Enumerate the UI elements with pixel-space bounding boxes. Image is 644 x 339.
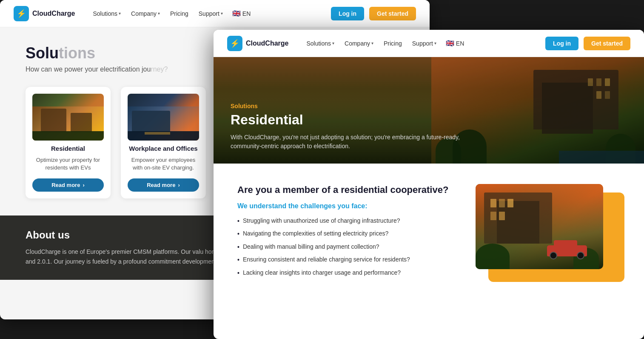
card-residential-title: Residential: [51, 145, 85, 152]
logo-icon-back: ⚡: [14, 6, 29, 21]
flag-icon: 🇬🇧: [232, 9, 241, 17]
logo-icon-front: ⚡: [227, 36, 242, 51]
card-residential-desc: Optimize your property for residents wit…: [32, 156, 104, 172]
chevron-down-icon: ▾: [434, 41, 436, 46]
front-left-content: Are you a member of a residential cooper…: [237, 184, 455, 278]
residential-main-image: [476, 184, 603, 269]
navbar-front: ⚡ CloudCharge Solutions ▾ Company ▾ Pric…: [214, 30, 644, 57]
nav-company-back[interactable]: Company ▾: [127, 8, 164, 20]
hero-solutions-label: Solutions: [231, 103, 477, 109]
main-question: Are you a member of a residential cooper…: [237, 184, 455, 196]
bullet-icon: •: [237, 269, 239, 278]
nav-company-front[interactable]: Company ▾: [340, 37, 378, 49]
bullet-icon: •: [237, 217, 239, 226]
challenge-item-2: • Navigating the complexities of setting…: [237, 230, 455, 238]
challenge-item-5: • Lacking clear insights into charger us…: [237, 269, 455, 278]
nav-lang-front[interactable]: 🇬🇧 EN: [442, 37, 467, 50]
card-workplace-desc: Empower your employees with on-site EV c…: [128, 156, 199, 172]
login-button-front[interactable]: Log in: [545, 37, 578, 50]
chevron-down-icon: ▾: [332, 41, 334, 46]
nav-lang-back[interactable]: 🇬🇧 EN: [229, 7, 254, 20]
nav-support-front[interactable]: Support ▾: [408, 37, 441, 49]
card-workplace-title: Workplace and Offices: [129, 145, 197, 152]
nav-support-back[interactable]: Support ▾: [194, 8, 227, 20]
bullet-icon: •: [237, 230, 239, 238]
nav-pricing-back[interactable]: Pricing: [166, 8, 193, 20]
nav-solutions-front[interactable]: Solutions ▾: [302, 37, 339, 49]
card-img-residential: [32, 94, 104, 141]
chevron-down-icon: ▾: [158, 11, 160, 16]
nav-links-front: Solutions ▾ Company ▾ Pricing Support ▾ …: [302, 37, 540, 50]
read-more-residential[interactable]: Read more ›: [32, 178, 104, 192]
bullet-icon: •: [237, 256, 239, 264]
logo-back[interactable]: ⚡ CloudCharge: [14, 6, 75, 21]
nav-solutions-back[interactable]: Solutions ▾: [88, 8, 125, 20]
logo-text-front: CloudCharge: [246, 40, 288, 47]
nav-pricing-front[interactable]: Pricing: [379, 37, 406, 49]
window-front: ⚡ CloudCharge Solutions ▾ Company ▾ Pric…: [214, 30, 644, 339]
card-img-workplace: [128, 94, 199, 141]
nav-links-back: Solutions ▾ Company ▾ Pricing Support ▾ …: [88, 7, 326, 20]
logo-front[interactable]: ⚡ CloudCharge: [227, 36, 288, 51]
challenges-list: • Struggling with unauthorized use of ch…: [237, 217, 455, 278]
hero-banner: Solutions Residential With CloudCharge, …: [214, 57, 644, 164]
card-residential: Residential Optimize your property for r…: [26, 87, 111, 198]
chevron-down-icon: ▾: [119, 11, 121, 16]
flag-icon: 🇬🇧: [446, 39, 454, 47]
front-main-content: Are you a member of a residential cooper…: [214, 164, 644, 302]
challenge-item-4: • Ensuring consistent and reliable charg…: [237, 256, 455, 264]
arrow-right-icon: ›: [83, 182, 84, 188]
understand-label: We understand the challenges you face:: [237, 202, 455, 210]
get-started-button-front[interactable]: Get started: [584, 37, 630, 50]
logo-text-back: CloudCharge: [32, 10, 75, 17]
read-more-workplace[interactable]: Read more ›: [128, 178, 199, 192]
navbar-back: ⚡ CloudCharge Solutions ▾ Company ▾ Pric…: [0, 0, 430, 27]
arrow-right-icon: ›: [178, 182, 180, 188]
hero-text-wrap: Solutions Residential With CloudCharge, …: [231, 103, 477, 151]
hero-main-title: Residential: [231, 112, 477, 128]
front-right-image: [476, 184, 620, 282]
chevron-down-icon: ▾: [221, 11, 223, 16]
get-started-button-back[interactable]: Get started: [369, 7, 416, 20]
chevron-down-icon: ▾: [371, 41, 373, 46]
challenge-item-3: • Dealing with manual billing and paymen…: [237, 243, 455, 252]
login-button-back[interactable]: Log in: [331, 7, 364, 20]
bullet-icon: •: [237, 243, 239, 252]
hero-desc: With CloudCharge, you're not just adopti…: [231, 133, 477, 151]
challenge-item-1: • Struggling with unauthorized use of ch…: [237, 217, 455, 226]
ev-car-image: [544, 242, 590, 261]
card-workplace: Workplace and Offices Empower your emplo…: [121, 87, 206, 198]
